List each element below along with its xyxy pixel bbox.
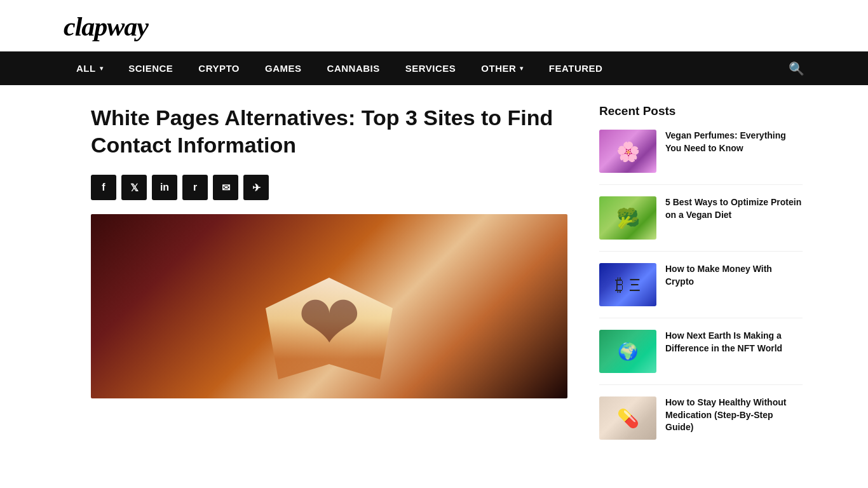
crypto-title[interactable]: How to Make Money With Crypto: [665, 263, 803, 288]
crypto-thumbnail: ₿ Ξ: [599, 263, 656, 306]
twitter-share-button[interactable]: 𝕏: [121, 175, 147, 200]
recent-post-optimize-protein: 🥦 5 Best Ways to Optimize Protein on a V…: [599, 196, 803, 252]
stay-healthy-title[interactable]: How to Stay Healthy Without Medication (…: [665, 396, 803, 434]
vegan-perfumes-title[interactable]: Vegan Perfumes: Everything You Need to K…: [665, 130, 803, 154]
reddit-share-button[interactable]: r: [182, 175, 208, 200]
next-earth-thumbnail: 🌍: [599, 330, 656, 373]
recent-posts-heading: Recent Posts: [599, 104, 803, 118]
nav-items: ALL ▾ SCIENCE CRYPTO GAMES CANNABIS SERV…: [64, 51, 615, 85]
nav-item-crypto[interactable]: CRYPTO: [186, 51, 252, 85]
nav-item-featured[interactable]: FEATURED: [536, 51, 616, 85]
navbar: ALL ▾ SCIENCE CRYPTO GAMES CANNABIS SERV…: [0, 51, 868, 85]
site-logo[interactable]: clapway: [64, 11, 804, 42]
all-chevron-icon: ▾: [100, 65, 104, 72]
next-earth-title[interactable]: How Next Earth Is Making a Difference in…: [665, 330, 803, 355]
facebook-share-button[interactable]: f: [91, 175, 116, 200]
vegan-perfumes-thumbnail: 🌸: [599, 130, 656, 173]
recent-post-stay-healthy: 💊 How to Stay Healthy Without Medication…: [599, 396, 803, 451]
search-icon[interactable]: 🔍: [789, 52, 804, 85]
nav-item-science[interactable]: SCIENCE: [116, 51, 186, 85]
stay-healthy-thumbnail: 💊: [599, 396, 656, 440]
email-share-button[interactable]: ✉: [213, 175, 238, 200]
recent-post-crypto: ₿ Ξ How to Make Money With Crypto: [599, 263, 803, 318]
nav-item-all[interactable]: ALL ▾: [64, 51, 116, 85]
article-title: White Pages Alternatives: Top 3 Sites to…: [91, 104, 567, 158]
telegram-share-button[interactable]: ✈: [243, 175, 269, 200]
sidebar: Recent Posts 🌸 Vegan Perfumes: Everythin…: [599, 104, 803, 463]
article-featured-image: [91, 214, 567, 398]
linkedin-share-button[interactable]: in: [152, 175, 177, 200]
nav-item-other[interactable]: OTHER ▾: [468, 51, 536, 85]
other-chevron-icon: ▾: [520, 65, 524, 72]
recent-post-next-earth: 🌍 How Next Earth Is Making a Difference …: [599, 330, 803, 385]
optimize-protein-thumbnail: 🥦: [599, 196, 656, 240]
nav-item-services[interactable]: SERVICES: [393, 51, 469, 85]
nav-item-games[interactable]: GAMES: [252, 51, 315, 85]
optimize-protein-title[interactable]: 5 Best Ways to Optimize Protein on a Veg…: [665, 196, 803, 221]
header: clapway: [0, 0, 868, 51]
nav-item-cannabis[interactable]: CANNABIS: [315, 51, 393, 85]
main-container: White Pages Alternatives: Top 3 Sites to…: [27, 85, 841, 482]
recent-post-vegan-perfumes: 🌸 Vegan Perfumes: Everything You Need to…: [599, 130, 803, 185]
article-content: White Pages Alternatives: Top 3 Sites to…: [91, 104, 567, 463]
share-buttons: f 𝕏 in r ✉ ✈: [91, 175, 567, 200]
